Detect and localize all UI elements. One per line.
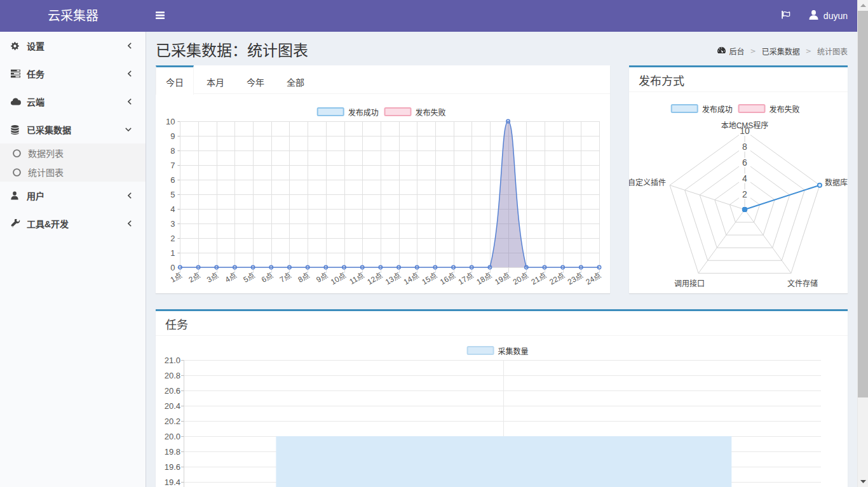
tab-0[interactable]: 今日 (156, 65, 194, 95)
flag-icon (782, 11, 790, 21)
circle-o-icon (13, 168, 28, 177)
x-tick-label: 9点 (315, 270, 329, 284)
legend-swatch (385, 108, 411, 116)
y-tick-label: 1 (170, 248, 175, 258)
sidebar-item-label: 设置 (27, 39, 44, 52)
task-panel: 任务 采集数量21.020.820.620.420.220.019.819.61… (156, 309, 848, 487)
radar-point (818, 183, 822, 187)
flag-menu-button[interactable] (773, 0, 799, 32)
scroll-down-arrow-icon[interactable] (858, 476, 868, 487)
legend-label: 发布成功 (702, 105, 733, 114)
y-tick-label: 20.2 (165, 417, 180, 426)
legend-label: 发布成功 (348, 108, 379, 117)
legend-label: 发布失败 (416, 108, 446, 117)
breadcrumb-current: 统计图表 (817, 46, 848, 57)
tab-2[interactable]: 今年 (237, 65, 274, 94)
angle-left-icon (128, 192, 132, 199)
y-tick-label: 19.4 (165, 477, 180, 487)
sidebar-item-4[interactable]: 用户 (0, 182, 146, 210)
scroll-up-arrow-icon[interactable] (858, 0, 868, 11)
legend-swatch (672, 105, 698, 112)
breadcrumb-item-1[interactable]: 已采集数据 (762, 46, 800, 57)
cloud-icon (11, 98, 27, 105)
x-tick-label: 10点 (329, 270, 348, 286)
sidebar-subitem-1[interactable]: 统计图表 (0, 163, 146, 182)
circle-o-icon (13, 149, 28, 157)
x-tick-label: 12点 (365, 270, 384, 286)
sidebar-subitem-label: 数据列表 (28, 147, 64, 159)
y-tick-label: 5 (170, 190, 175, 199)
user-avatar-icon (809, 10, 818, 22)
sidebar-item-2[interactable]: 云端 (0, 88, 146, 116)
x-tick-label: 24点 (585, 270, 603, 286)
radar-series-line (745, 185, 820, 210)
legend-label: 发布失败 (770, 105, 800, 114)
scrollbar-thumb[interactable] (858, 11, 868, 397)
radar-panel-title: 发布方式 (639, 74, 684, 89)
y-tick-label: 7 (170, 161, 175, 170)
sidebar-item-label: 已采集数据 (27, 123, 71, 136)
x-tick-label: 4点 (224, 270, 238, 284)
y-tick-label: 3 (170, 219, 175, 229)
x-tick-label: 16点 (438, 270, 457, 286)
sidebar-submenu: 数据列表统计图表 (0, 143, 146, 182)
x-tick-label: 1点 (169, 270, 184, 284)
y-tick-label: 20.0 (165, 432, 180, 441)
x-tick-label: 22点 (548, 270, 566, 286)
y-tick-label: 20.6 (165, 386, 180, 396)
angle-down-icon (125, 128, 132, 131)
brand-logo[interactable]: 云采集器 (0, 0, 146, 32)
y-tick-label: 4 (170, 204, 175, 214)
wrench-icon (11, 219, 27, 229)
y-tick-label: 8 (170, 146, 175, 156)
sidebar-item-0[interactable]: 设置 (0, 32, 146, 60)
x-tick-label: 19点 (493, 270, 512, 286)
radar-axis-label: 本地CMS程序 (721, 121, 769, 130)
angle-left-icon (128, 98, 132, 105)
radar-chart: 发布成功发布失败246810本地CMS程序数据库文件存储调用接口自定义插件 (629, 92, 848, 293)
gear-icon (11, 42, 27, 50)
x-tick-label: 20点 (512, 270, 530, 286)
top-navbar: 云采集器 duyun (0, 0, 857, 32)
radar-ring-label: 8 (742, 142, 747, 152)
x-tick-label: 3点 (205, 270, 220, 284)
bar (276, 436, 731, 487)
y-tick-label: 20.8 (165, 371, 180, 380)
y-tick-label: 2 (170, 234, 175, 243)
x-tick-label: 2点 (187, 270, 201, 284)
tab-3[interactable]: 全部 (277, 65, 314, 94)
y-tick-label: 21.0 (165, 356, 180, 365)
x-tick-label: 13点 (384, 270, 402, 286)
user-icon (11, 191, 27, 200)
sidebar-item-1[interactable]: 任务 (0, 60, 146, 88)
user-menu-button[interactable]: duyun (799, 0, 857, 32)
x-tick-label: 5点 (241, 270, 256, 284)
publish-method-panel: 发布方式 发布成功发布失败246810本地CMS程序数据库文件存储调用接口自定义… (629, 65, 848, 293)
radar-axis-label: 自定义插件 (629, 178, 666, 187)
main-content: 已采集数据：统计图表 后台>已采集数据>统计图表 今日本月今年全部 发布成功发布… (146, 32, 857, 487)
radar-axis-label: 调用接口 (674, 279, 705, 288)
legend-swatch (468, 347, 494, 354)
page-scrollbar[interactable] (857, 0, 868, 487)
x-tick-label: 17点 (457, 270, 475, 286)
breadcrumb-home[interactable]: 后台 (717, 46, 745, 57)
user-name: duyun (824, 11, 848, 21)
task-bar-chart: 采集数量21.020.820.620.420.220.019.819.619.4… (156, 336, 848, 487)
task-panel-title: 任务 (165, 317, 188, 333)
bars-icon (156, 11, 165, 22)
y-tick-label: 6 (170, 175, 175, 185)
breadcrumb-separator: > (806, 47, 811, 55)
tab-1[interactable]: 本月 (197, 65, 234, 94)
sidebar-item-5[interactable]: 工具&开发 (0, 210, 146, 237)
legend-swatch (318, 108, 344, 116)
dashboard-icon (717, 46, 726, 57)
sidebar-toggle-button[interactable] (146, 0, 174, 32)
sidebar-subitem-0[interactable]: 数据列表 (0, 143, 146, 163)
sidebar-subitem-label: 统计图表 (28, 166, 64, 178)
y-tick-label: 10 (166, 117, 175, 126)
sidebar: 设置任务云端已采集数据数据列表统计图表用户工具&开发 (0, 32, 146, 487)
sidebar-item-3[interactable]: 已采集数据 (0, 116, 146, 143)
y-tick-label: 20.4 (165, 401, 180, 411)
radar-ring-label: 2 (742, 189, 747, 199)
x-tick-label: 15点 (420, 270, 438, 286)
